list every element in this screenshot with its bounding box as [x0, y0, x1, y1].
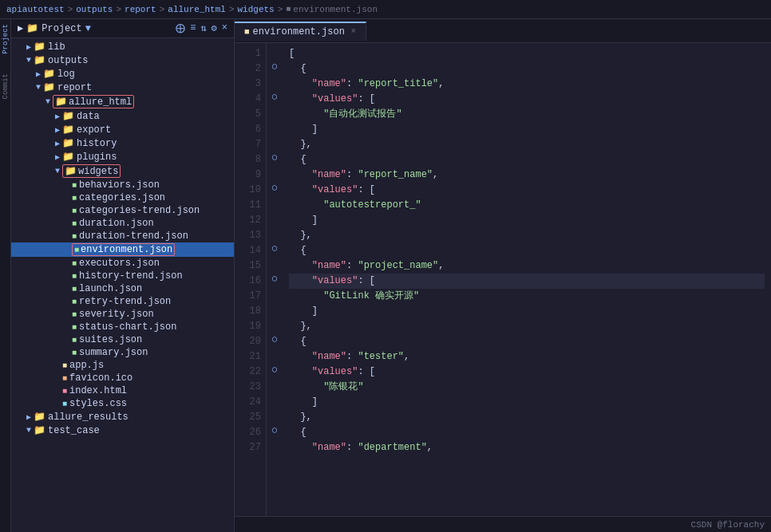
- tab-close-icon[interactable]: ×: [351, 27, 356, 36]
- arrow-export: ▶: [53, 125, 62, 135]
- tree-item-categories-trend-json[interactable]: ▶ ■ categories-trend.json: [11, 204, 234, 217]
- tree-item-launch-json[interactable]: ▶ ■ launch.json: [11, 282, 234, 295]
- tree-item-executors-json[interactable]: ▶ ■ executors.json: [11, 257, 234, 270]
- json-icon-severity: ■: [72, 310, 77, 319]
- code-line-8: {: [289, 152, 765, 167]
- tree-item-outputs[interactable]: ▼ 📁 outputs: [11, 53, 234, 67]
- js-icon-app: ■: [62, 361, 67, 370]
- folder-icon-history: 📁: [62, 137, 74, 149]
- json-icon-retry-trend: ■: [72, 298, 77, 306]
- json-icon-duration-trend: ■: [72, 232, 77, 241]
- settings-icon[interactable]: ⚙: [212, 22, 217, 34]
- tree-item-severity-json[interactable]: ▶ ■ severity.json: [11, 308, 234, 321]
- project-dropdown-icon[interactable]: ▼: [85, 23, 91, 34]
- gutter: ◯ ◯ ◯ ◯ ◯ ◯ ◯ ◯: [267, 43, 283, 516]
- tree-item-favicon-ico[interactable]: ▶ ■ favicon.ico: [11, 372, 234, 384]
- code-line-5: "自动化测试报告": [289, 107, 765, 122]
- tree-item-styles-css[interactable]: ▶ ■ styles.css: [11, 397, 234, 410]
- json-icon-categories-trend: ■: [72, 207, 77, 215]
- tree-item-status-chart-json[interactable]: ▶ ■ status-chart.json: [11, 321, 234, 333]
- code-line-12: ]: [289, 213, 765, 228]
- folder-icon-log: 📁: [43, 68, 55, 80]
- folder-icon-allure-html: 📁: [55, 96, 67, 108]
- vtab-commit[interactable]: Commit: [2, 70, 10, 102]
- project-panel: ▶ 📁 Project ▼ ⨁ ≡ ⇅ ⚙ × ▶ 📁 lib: [11, 19, 235, 532]
- folder-icon-widgets: 📁: [65, 165, 77, 177]
- tree-item-app-js[interactable]: ▶ ■ app.js: [11, 359, 234, 372]
- code-line-16: "values": [: [289, 274, 765, 289]
- bottom-bar: CSDN @florachy: [235, 516, 771, 532]
- code-line-9: "name": "report_name",: [289, 167, 765, 183]
- code-line-15: "name": "project_name",: [289, 258, 765, 274]
- tree-item-test-case[interactable]: ▼ 📁 test_case: [11, 424, 234, 437]
- arrow-log: ▶: [34, 69, 43, 79]
- json-icon-suites: ■: [72, 336, 77, 345]
- json-file-icon: ■: [286, 5, 291, 14]
- tree-item-data[interactable]: ▶ 📁 data: [11, 109, 234, 123]
- code-line-24: ]: [289, 395, 765, 410]
- code-line-4: "values": [: [289, 92, 765, 107]
- collapse-icon[interactable]: ≡: [190, 22, 196, 34]
- folder-icon-lib: 📁: [34, 41, 45, 53]
- tree-item-behaviors-json[interactable]: ▶ ■ behaviors.json: [11, 179, 234, 191]
- tree-item-history-trend-json[interactable]: ▶ ■ history-trend.json: [11, 270, 234, 282]
- tree-item-categories-json[interactable]: ▶ ■ categories.json: [11, 191, 234, 204]
- project-header-icons: ⨁ ≡ ⇅ ⚙ ×: [176, 22, 227, 34]
- code-line-13: },: [289, 228, 765, 243]
- arrow-data: ▶: [53, 112, 62, 121]
- ico-icon-favicon: ■: [62, 374, 67, 383]
- vertical-tabs: Project Commit: [0, 19, 11, 532]
- arrow-widgets: ▼: [53, 167, 62, 175]
- json-icon-summary: ■: [72, 349, 77, 357]
- code-editor: 12345 678910 1112131415 1617181920 21222…: [235, 43, 771, 516]
- tree-item-export[interactable]: ▶ 📁 export: [11, 123, 234, 136]
- arrow-test-case: ▼: [24, 426, 34, 435]
- json-icon-duration: ■: [72, 219, 77, 228]
- line-numbers: 12345 678910 1112131415 1617181920 21222…: [235, 43, 267, 516]
- vtab-project[interactable]: Project: [2, 21, 10, 57]
- breadcrumb-bar: apiautotest > outputs > report > allure_…: [0, 0, 771, 19]
- project-header-title: ▶ 📁 Project ▼: [18, 22, 91, 34]
- code-line-17: "GitLink 确实开源": [289, 289, 765, 304]
- code-line-10: "values": [: [289, 183, 765, 198]
- folder-icon-project: 📁: [26, 22, 38, 34]
- tree-item-duration-trend-json[interactable]: ▶ ■ duration-trend.json: [11, 230, 234, 242]
- json-icon-history-trend: ■: [72, 272, 77, 281]
- code-line-6: ]: [289, 122, 765, 137]
- breadcrumb-root[interactable]: apiautotest: [6, 5, 65, 14]
- editor-tab-environment[interactable]: ■ environment.json ×: [235, 22, 366, 41]
- code-line-11: "autotestreport_": [289, 198, 765, 213]
- tree-item-allure-results[interactable]: ▶ 📁 allure_results: [11, 410, 234, 424]
- code-line-22: "values": [: [289, 365, 765, 380]
- tree-item-allure-html[interactable]: ▼ 📁 allure_html: [11, 94, 234, 109]
- code-line-2: {: [289, 61, 765, 77]
- code-line-25: },: [289, 410, 765, 425]
- tree-item-index-html[interactable]: ▶ ■ index.html: [11, 384, 234, 397]
- json-icon-status-chart: ■: [72, 323, 77, 332]
- tree-item-log[interactable]: ▶ 📁 log: [11, 67, 234, 81]
- arrow-outputs: ▼: [24, 56, 34, 65]
- project-title: Project: [42, 23, 81, 34]
- json-icon-categories: ■: [72, 194, 77, 203]
- css-icon-styles: ■: [62, 400, 67, 408]
- tree-item-lib[interactable]: ▶ 📁 lib: [11, 40, 234, 53]
- sync-icon[interactable]: ⨁: [176, 22, 185, 34]
- sort-icon[interactable]: ⇅: [200, 22, 206, 34]
- tree-item-history[interactable]: ▶ 📁 history: [11, 136, 234, 150]
- code-content[interactable]: [ { "name": "report_title", "values": [ …: [283, 43, 771, 516]
- code-line-23: "陈银花": [289, 380, 765, 395]
- tab-label: environment.json: [253, 26, 345, 37]
- arrow-report: ▼: [34, 83, 43, 92]
- project-tree: ▶ 📁 lib ▼ 📁 outputs ▶ 📁 log ▼: [11, 38, 234, 532]
- json-icon-launch: ■: [72, 285, 77, 294]
- tree-item-report[interactable]: ▼ 📁 report: [11, 81, 234, 94]
- close-panel-icon[interactable]: ×: [222, 22, 227, 34]
- tree-item-suites-json[interactable]: ▶ ■ suites.json: [11, 333, 234, 346]
- tree-item-plugins[interactable]: ▶ 📁 plugins: [11, 150, 234, 164]
- arrow-allure-results: ▶: [24, 412, 34, 422]
- tree-item-duration-json[interactable]: ▶ ■ duration.json: [11, 217, 234, 230]
- tree-item-summary-json[interactable]: ▶ ■ summary.json: [11, 346, 234, 359]
- tree-item-widgets[interactable]: ▼ 📁 widgets: [11, 164, 234, 179]
- tree-item-environment-json[interactable]: ▶ ■ environment.json: [11, 242, 234, 257]
- tree-item-retry-trend-json[interactable]: ▶ ■ retry-trend.json: [11, 295, 234, 308]
